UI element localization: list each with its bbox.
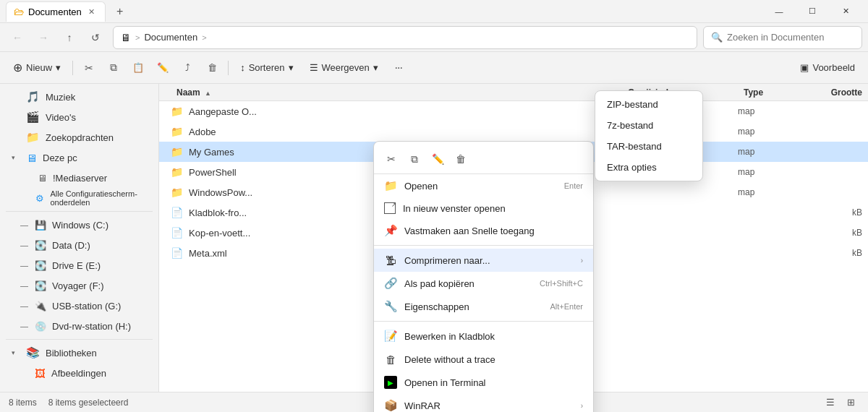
sidebar-item-deze-pc[interactable]: ▾ 🖥 Deze pc (0, 147, 158, 168)
view-icon: ☰ (310, 62, 318, 73)
file-size: kB (810, 207, 868, 218)
mediaserver-icon: 🖥 (38, 173, 47, 184)
cut-icon: ✂ (85, 62, 93, 74)
ctx-delete-trace[interactable]: 🗑 Delete without a trace (374, 348, 593, 371)
minimize-button[interactable]: — (762, 0, 796, 23)
delete-icon: 🗑 (208, 62, 217, 73)
sidebar-item-voyager-f[interactable]: — 💽 Voyager (F:) (0, 275, 158, 296)
up-button[interactable]: ↑ (58, 26, 81, 49)
col-header-name[interactable]: Naam ▲ (171, 87, 622, 98)
delete-button[interactable]: 🗑 (200, 56, 224, 80)
ctx-pad-kopieren[interactable]: 🔗 Als pad kopiëren Ctrl+Shift+C (374, 272, 593, 295)
rename-button[interactable]: ✏️ (151, 56, 174, 80)
ctx-kladblok[interactable]: 📝 Bewerken in Kladblok (374, 325, 593, 348)
new-tab-button[interactable]: + (110, 1, 130, 22)
ctx-copypath-icon: 🔗 (384, 277, 397, 290)
tab-close-button[interactable]: ✕ (86, 6, 98, 17)
sidebar-label-mediaserver: !Mediaserver (53, 173, 107, 184)
sort-button[interactable]: ↕ Sorteren ▾ (233, 56, 300, 80)
sidebar-label-windows: Windows (C:) (52, 220, 109, 231)
ctx-rename-button[interactable]: ✏️ (427, 149, 448, 169)
view-label: Weergeven (322, 62, 370, 73)
forward-button[interactable]: → (32, 26, 55, 49)
usb-icon: 🔌 (35, 301, 46, 312)
sidebar-item-muziek[interactable]: 🎵 Muziek (0, 87, 158, 107)
ctx-cut-button[interactable]: ✂ (381, 149, 401, 169)
ctx-open-label: Openen (404, 181, 557, 192)
sort-label: Sorteren (249, 62, 285, 73)
window-controls: — ☐ ✕ (762, 0, 862, 23)
sidebar-label-bibliotheken: Bibliotheken (46, 348, 97, 359)
title-bar: 🗁 Documenten ✕ + — ☐ ✕ (0, 0, 868, 23)
tab-documenten[interactable]: 🗁 Documenten ✕ (6, 1, 106, 22)
search-input[interactable] (727, 32, 843, 43)
more-button[interactable]: ··· (387, 56, 410, 80)
table-row[interactable]: 📁 Aangepaste O... map (159, 101, 868, 121)
ctx-openen[interactable]: 📁 Openen Enter (374, 174, 593, 197)
new-button[interactable]: ⊕ Nieuw ▾ (6, 56, 68, 80)
ctx-divider-2 (374, 321, 593, 322)
sub-zip[interactable]: ZIP-bestand (595, 94, 702, 115)
sidebar-label-data: Data (D:) (52, 240, 90, 251)
file-size: kB (810, 248, 868, 258)
ctx-copy-button[interactable]: ⧉ (404, 149, 425, 169)
ctx-open-icon: 📁 (384, 179, 397, 192)
file-name: Aangepaste O... (189, 106, 622, 117)
tile-view-button[interactable]: ⊞ (842, 394, 859, 411)
sidebar-label-voyager: Voyager (F:) (52, 280, 104, 291)
sidebar-item-windows-c[interactable]: — 💾 Windows (C:) (0, 215, 158, 235)
close-button[interactable]: ✕ (829, 0, 862, 23)
crumb-documenten[interactable]: Documenten (144, 32, 197, 43)
ctx-nieuw-venster[interactable]: ↗ In nieuw venster openen (374, 197, 593, 219)
sidebar-item-bibliotheken[interactable]: ▾ 📚 Bibliotheken (0, 343, 158, 363)
sidebar-divider (6, 211, 153, 212)
col-header-type[interactable]: Type (738, 87, 810, 98)
col-header-size[interactable]: Grootte (810, 87, 868, 98)
sidebar-label-configuratie: Alle Configuratiescherm-onderdelen (50, 189, 150, 207)
sidebar-item-videos[interactable]: 🎬 Video's (0, 107, 158, 127)
sidebar-item-dvd-h[interactable]: — 💿 Dvd-rw-station (H:) (0, 316, 158, 336)
sidebar-label-afbeeldingen: Afbeeldingen (51, 368, 106, 379)
sidebar-item-data-d[interactable]: — 💽 Data (D:) (0, 235, 158, 255)
preview-button[interactable]: ▣ Voorbeeld (793, 56, 862, 80)
col-sort-icon: ▲ (205, 90, 211, 97)
file-type: map (738, 126, 810, 137)
ctx-winrar[interactable]: 📦 WinRAR › (374, 394, 593, 412)
sidebar-item-mediaserver[interactable]: 🖥 !Mediaserver (0, 168, 158, 188)
ctx-delete-button[interactable]: 🗑 (451, 149, 471, 169)
restore-button[interactable]: ☐ (796, 0, 829, 23)
sub-tar[interactable]: TAR-bestand (595, 136, 702, 157)
copy-button[interactable]: ⧉ (102, 56, 125, 80)
back-button[interactable]: ← (6, 26, 29, 49)
ctx-winrar-icon: 📦 (384, 399, 397, 412)
ctx-comprimeren[interactable]: 🗜 Comprimeren naar... › (374, 249, 593, 272)
refresh-button[interactable]: ↺ (84, 26, 107, 49)
cut-button[interactable]: ✂ (77, 56, 101, 80)
search-bar[interactable]: 🔍 (703, 26, 862, 49)
sidebar-item-drive-e[interactable]: — 💽 Drive E (E:) (0, 255, 158, 275)
ctx-eigenschappen[interactable]: 🔧 Eigenschappen Alt+Enter (374, 295, 593, 318)
sidebar-item-configuratie[interactable]: ⚙ Alle Configuratiescherm-onderdelen (0, 188, 158, 208)
selected-count: 8 items geselecteerd (48, 398, 129, 408)
ctx-terminal[interactable]: ▶ Openen in Terminal (374, 371, 593, 394)
paste-button[interactable]: 📋 (127, 56, 150, 80)
sub-7z[interactable]: 7z-bestand (595, 115, 702, 136)
share-icon: ⤴ (185, 62, 190, 73)
ctx-snelle-toegang[interactable]: 📌 Vastmaken aan Snelle toegang (374, 219, 593, 242)
sidebar-item-afbeeldingen[interactable]: 🖼 Afbeeldingen (0, 363, 158, 383)
ctx-deletetrace-icon: 🗑 (384, 353, 397, 366)
file-size: kB (810, 228, 868, 238)
ctx-compress-icon: 🗜 (384, 254, 397, 267)
view-button[interactable]: ☰ Weergeven ▾ (302, 56, 386, 80)
address-bar[interactable]: 🖥 > Documenten > (113, 26, 697, 49)
list-view-button[interactable]: ☰ (822, 394, 839, 411)
lib-icon: 📚 (26, 346, 40, 359)
table-row[interactable]: 📁 Adobe map (159, 121, 868, 142)
context-menu: ✂ ⧉ ✏️ 🗑 📁 Openen Enter ↗ In nieuw venst… (373, 141, 594, 412)
sub-extra[interactable]: Extra opties (595, 157, 702, 178)
ctx-copypath-shortcut: Ctrl+Shift+C (540, 279, 583, 288)
sidebar-item-zoekopdrachten[interactable]: 📁 Zoekopdrachten (0, 127, 158, 147)
ctx-copy-icon: ⧉ (411, 153, 418, 166)
share-button[interactable]: ⤴ (176, 56, 199, 80)
sidebar-item-usb-g[interactable]: — 🔌 USB-station (G:) (0, 296, 158, 316)
